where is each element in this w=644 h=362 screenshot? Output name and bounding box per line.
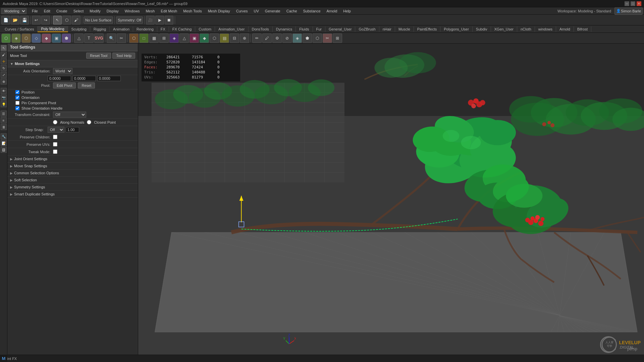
shelf-icon-11[interactable]: 🔍 bbox=[107, 34, 116, 43]
scale-icon[interactable]: ⤢ bbox=[1, 72, 7, 78]
move-settings-header[interactable]: ▼ Move Settings bbox=[7, 60, 138, 67]
tool-help-button[interactable]: Tool Help bbox=[112, 53, 135, 59]
menu-windows[interactable]: Windows bbox=[122, 8, 143, 14]
position-checkbox[interactable] bbox=[15, 90, 19, 94]
shelf-tab-muscle[interactable]: Muscle bbox=[395, 26, 414, 32]
shelf-tab-windows[interactable]: windows bbox=[535, 26, 556, 32]
new-scene-icon[interactable]: 📄 bbox=[1, 16, 10, 24]
menu-help[interactable]: Help bbox=[340, 8, 354, 14]
menu-mesh-tools[interactable]: Mesh Tools bbox=[180, 8, 204, 14]
no-live-surface-btn[interactable]: No Live Surface bbox=[84, 16, 113, 24]
shelf-icon-16[interactable]: ⊞ bbox=[159, 34, 169, 43]
axis-orientation-dropdown[interactable]: World Local Object bbox=[53, 68, 72, 74]
shelf-tab-gozbrush[interactable]: GoZBrush bbox=[355, 26, 379, 32]
edit-pivot-button[interactable]: Edit Pivot bbox=[53, 82, 76, 88]
shelf-icon-12[interactable]: ✂ bbox=[117, 34, 126, 43]
menu-edit[interactable]: Edit bbox=[41, 8, 53, 14]
menu-curves[interactable]: Curves bbox=[233, 8, 251, 14]
shelf-icon-3[interactable]: ⬡ bbox=[21, 34, 31, 43]
preserve-children-checkbox[interactable] bbox=[53, 135, 57, 139]
shelf-tab-xgen-user[interactable]: XGen_User bbox=[491, 26, 517, 32]
shelf-tab-subdiv[interactable]: Subdiv bbox=[473, 26, 491, 32]
shelf-tab-sculpting[interactable]: Sculpting bbox=[68, 26, 90, 32]
shelf-icon-26[interactable]: 🖊 bbox=[262, 34, 272, 43]
outliner-icon[interactable]: ☰ bbox=[1, 111, 7, 117]
common-selection-section[interactable]: ▶ Common Selection Options bbox=[7, 170, 138, 177]
render-view-icon[interactable]: 🖼 bbox=[1, 147, 7, 153]
shelf-icon-20[interactable]: ◆ bbox=[200, 34, 209, 43]
shelf-tab-rendering[interactable]: Rendering bbox=[133, 26, 157, 32]
shelf-tab-general-user[interactable]: General_User bbox=[325, 26, 355, 32]
shelf-icon-4[interactable]: ◇ bbox=[32, 34, 41, 43]
shelf-icon-1[interactable]: ⬡ bbox=[1, 34, 11, 43]
rotate-icon[interactable]: ↻ bbox=[1, 65, 7, 71]
transform-constraint-dropdown[interactable]: Off Along Normals bbox=[53, 112, 86, 118]
menu-substance[interactable]: Substance bbox=[301, 8, 323, 14]
select-mode-icon[interactable]: ↖ bbox=[1, 45, 7, 51]
light-icon[interactable]: 💡 bbox=[1, 101, 7, 107]
shelf-icon-17[interactable]: ◈ bbox=[169, 34, 179, 43]
undo-icon[interactable]: ↩ bbox=[32, 16, 41, 24]
shelf-icon-28[interactable]: ⊘ bbox=[282, 34, 292, 43]
mode-selector[interactable]: Modeling bbox=[1, 8, 26, 14]
shelf-tab-ncloth[interactable]: nCloth bbox=[517, 26, 535, 32]
tweak-mode-checkbox[interactable] bbox=[53, 149, 57, 154]
tool-icon[interactable]: 🔧 bbox=[1, 133, 7, 139]
menu-generate[interactable]: Generate bbox=[262, 8, 283, 14]
shelf-icon-31[interactable]: ⬡ bbox=[313, 34, 322, 43]
shelf-tab-rigging[interactable]: Rigging bbox=[90, 26, 110, 32]
shelf-icon-22[interactable]: ▤ bbox=[220, 34, 229, 43]
maximize-button[interactable]: □ bbox=[631, 1, 635, 6]
closest-point-radio[interactable] bbox=[87, 120, 91, 124]
menu-mesh[interactable]: Mesh bbox=[143, 8, 157, 14]
shelf-icon-21[interactable]: ⬡ bbox=[210, 34, 219, 43]
shelf-icon-24[interactable]: ⊕ bbox=[240, 34, 249, 43]
shelf-tab-donstools[interactable]: DonsTools bbox=[249, 26, 273, 32]
universal-icon[interactable]: ⊕ bbox=[1, 78, 7, 84]
shelf-tab-dynamics[interactable]: Dynamics bbox=[273, 26, 296, 32]
shelf-icon-32[interactable]: ✂ bbox=[323, 34, 332, 43]
shelf-icon-18[interactable]: △ bbox=[179, 34, 189, 43]
shelf-icon-7[interactable]: ⬟ bbox=[62, 34, 71, 43]
viewport[interactable]: View Shading Lighting Show Renderer Pane… bbox=[138, 44, 644, 355]
menu-edit-mesh[interactable]: Edit Mesh bbox=[158, 8, 180, 14]
symmetry-settings-section[interactable]: ▶ Symmetry Settings bbox=[7, 184, 138, 191]
menu-create[interactable]: Create bbox=[54, 8, 70, 14]
smart-duplicate-section[interactable]: ▶ Smart Duplicate Settings bbox=[7, 191, 138, 198]
redo-icon[interactable]: ↪ bbox=[41, 16, 50, 24]
soft-selection-section[interactable]: ▶ Soft Selection bbox=[7, 177, 138, 184]
shelf-icon-29[interactable]: ◈ bbox=[292, 34, 302, 43]
shelf-icon-25[interactable]: ✏ bbox=[252, 34, 262, 43]
attribute-icon[interactable]: ≡ bbox=[1, 117, 7, 123]
shelf-icon-27[interactable]: ⚙ bbox=[272, 34, 282, 43]
shelf-icon-10[interactable]: SVG bbox=[94, 34, 104, 43]
shelf-icon-8[interactable]: △ bbox=[74, 34, 84, 43]
reset-tool-button[interactable]: Reset Tool bbox=[86, 53, 111, 59]
shelf-tab-bifrost[interactable]: Bifrost bbox=[574, 26, 591, 32]
script-icon[interactable]: 📝 bbox=[1, 140, 7, 146]
menu-file[interactable]: File bbox=[29, 8, 41, 14]
step-snap-input[interactable] bbox=[66, 127, 79, 132]
menu-cache[interactable]: Cache bbox=[284, 8, 300, 14]
menu-arnold[interactable]: Arnold bbox=[324, 8, 340, 14]
pin-component-pivot-checkbox[interactable] bbox=[15, 101, 19, 105]
y-coord-input[interactable] bbox=[72, 76, 96, 81]
shelf-icon-19[interactable]: ▣ bbox=[190, 34, 199, 43]
shelf-icon-13[interactable]: ⬡ bbox=[129, 34, 139, 43]
show-orientation-handle-checkbox[interactable] bbox=[15, 106, 19, 110]
reset-pivot-button[interactable]: Reset bbox=[78, 82, 95, 88]
shelf-icon-30[interactable]: ⬟ bbox=[303, 34, 312, 43]
shelf-icon-14[interactable]: □ bbox=[139, 34, 149, 43]
camera-icon[interactable]: 📷 bbox=[1, 95, 7, 101]
shelf-tab-animation-user[interactable]: Animation_User bbox=[215, 26, 248, 32]
along-normals-radio[interactable] bbox=[53, 120, 57, 124]
show-hide-icon[interactable]: 👁 bbox=[1, 88, 7, 94]
shelf-icon-33[interactable]: ⊞ bbox=[333, 34, 342, 43]
orientation-checkbox[interactable] bbox=[15, 96, 19, 100]
shelf-icon-5[interactable]: ◆ bbox=[42, 34, 51, 43]
paint-icon[interactable]: 🖌 bbox=[72, 16, 80, 24]
shelf-tab-animation[interactable]: Animation bbox=[110, 26, 133, 32]
menu-mesh-display[interactable]: Mesh Display bbox=[205, 8, 233, 14]
close-button[interactable]: ✕ bbox=[637, 1, 641, 6]
select-icon[interactable]: ↖ bbox=[53, 16, 62, 24]
